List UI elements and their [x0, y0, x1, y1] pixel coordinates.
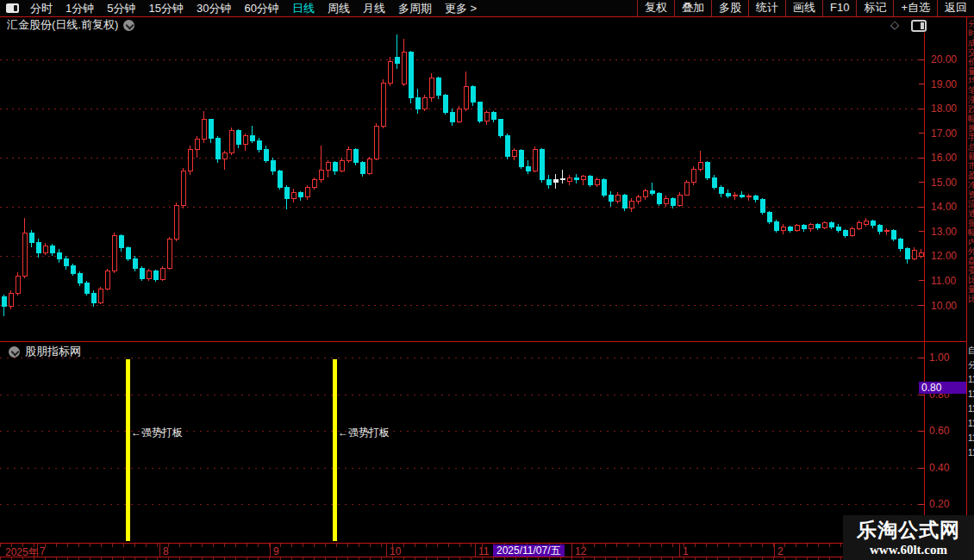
- indicator-tick-label: 0.20: [929, 499, 949, 509]
- toolbar-button-8[interactable]: 返回: [937, 0, 974, 16]
- period-tab-6[interactable]: 日线: [292, 0, 315, 16]
- period-tabs: 分时1分钟5分钟15分钟30分钟60分钟日线周线月线多周期更多 >: [30, 0, 477, 16]
- indicator-gridline: [0, 468, 922, 469]
- panel-separator: [0, 341, 966, 342]
- indicator-gridline: [0, 358, 922, 358]
- indicator-gridline: [0, 504, 922, 505]
- period-tab-4[interactable]: 30分钟: [197, 0, 231, 16]
- toolbar-button-1[interactable]: 叠加: [674, 0, 711, 16]
- month-divider: [774, 544, 775, 557]
- trading-app-window: 分时1分钟5分钟15分钟30分钟60分钟日线周线月线多周期更多 > 复权叠加多股…: [0, 0, 974, 560]
- month-label-8: 8: [163, 545, 169, 557]
- month-divider: [159, 544, 160, 557]
- signal-label-1: ←强势打板: [338, 426, 390, 440]
- right-sidebar-clipped[interactable]: 分时成交价量均笔涨跌幅换手总额市盈净资流通振幅内外盘委比量比 自分1111111…: [966, 17, 974, 557]
- month-label-7: 7: [40, 545, 46, 557]
- chevron-down-icon[interactable]: [9, 346, 20, 358]
- toolbar-button-5[interactable]: F10: [822, 0, 856, 16]
- window-panel-icon[interactable]: [6, 3, 19, 13]
- month-label-2: 2: [777, 545, 784, 557]
- period-tab-5[interactable]: 60分钟: [244, 0, 278, 16]
- indicator-tick: [919, 395, 924, 395]
- period-tab-2[interactable]: 5分钟: [107, 0, 135, 16]
- toolbar-button-0[interactable]: 复权: [637, 0, 674, 16]
- price-tick-label: 20.00: [931, 54, 957, 65]
- indicator-tick-label: 0.40: [929, 463, 949, 473]
- month-divider: [475, 544, 476, 557]
- price-tick-label: 13.00: [931, 227, 957, 237]
- month-divider: [386, 544, 387, 557]
- price-tick-label: 16.00: [931, 152, 957, 163]
- month-label-9: 9: [273, 545, 279, 557]
- price-tick-label: 14.00: [931, 202, 957, 212]
- price-tick-label: 11.00: [931, 276, 956, 286]
- toolbar-button-3[interactable]: 统计: [748, 0, 785, 16]
- date-axis-ticks: [0, 544, 924, 547]
- month-label-12: 12: [575, 545, 586, 557]
- period-tab-0[interactable]: 分时: [30, 0, 53, 16]
- indicator-tick: [919, 431, 924, 432]
- price-tick-label: 19.00: [931, 79, 957, 90]
- month-divider: [679, 544, 680, 557]
- toolbar-button-2[interactable]: 多股: [711, 0, 748, 16]
- period-tab-3[interactable]: 15分钟: [148, 0, 183, 16]
- month-divider: [270, 544, 271, 557]
- period-toolbar: 分时1分钟5分钟15分钟30分钟60分钟日线周线月线多周期更多 > 复权叠加多股…: [0, 0, 974, 17]
- price-tick-label: 15.00: [931, 177, 957, 188]
- price-tick-label: 18.00: [931, 103, 957, 114]
- period-tab-1[interactable]: 1分钟: [66, 0, 94, 16]
- indicator-tick-label: 1.00: [929, 352, 949, 363]
- signal-label-0: ←强势打板: [131, 426, 183, 440]
- month-label-10: 10: [390, 545, 401, 557]
- indicator-tick-label: 0.60: [929, 426, 949, 436]
- indicator-tick: [919, 358, 924, 358]
- date-axis: 2025年 2025/11/07/五 78910111212: [0, 543, 974, 557]
- price-tick-label: 12.00: [931, 251, 957, 261]
- indicator-tick: [919, 504, 924, 505]
- site-watermark: 乐淘公式网 www.60lt.com: [843, 515, 974, 560]
- diamond-icon[interactable]: ◇: [890, 18, 899, 31]
- toolbar-button-7[interactable]: +自选: [893, 0, 937, 16]
- candlestick-plot[interactable]: [0, 33, 974, 340]
- toolbar-button-4[interactable]: 画线: [785, 0, 822, 16]
- period-tab-9[interactable]: 多周期: [398, 0, 432, 16]
- chart-title: 汇金股份(日线.前复权): [7, 17, 118, 33]
- toolbar-right-buttons: 复权叠加多股统计画线F10标记+自选返回: [637, 0, 974, 16]
- watermark-title: 乐淘公式网: [843, 517, 974, 543]
- period-tab-8[interactable]: 月线: [363, 0, 385, 16]
- month-divider: [571, 544, 572, 557]
- clipped-panel-text: 分时成交价量均笔涨跌幅换手总额市盈净资流通振幅内外盘委比量比: [968, 19, 974, 339]
- signal-line-1: [333, 359, 337, 541]
- chart-title-bar: 汇金股份(日线.前复权) ◇: [0, 17, 974, 33]
- month-label-1: 1: [683, 545, 689, 557]
- indicator-tick: [919, 468, 924, 469]
- layout-panel-icon[interactable]: [911, 20, 927, 32]
- month-divider: [37, 544, 38, 557]
- toolbar-button-6[interactable]: 标记: [856, 0, 893, 16]
- period-tab-7[interactable]: 周线: [328, 0, 350, 16]
- price-axis-line: [924, 33, 925, 557]
- month-label-11: 11: [478, 545, 489, 557]
- price-tick-label: 17.00: [931, 128, 957, 139]
- price-tick-label: 10.00: [931, 301, 957, 311]
- watermark-url: www.60lt.com: [843, 543, 974, 557]
- signal-line-0: [126, 359, 130, 541]
- indicator-gridline: [0, 395, 922, 395]
- period-tab-10[interactable]: 更多 >: [445, 0, 477, 16]
- date-badge: 2025/11/07/五: [493, 544, 565, 557]
- chevron-down-icon[interactable]: [123, 20, 134, 31]
- indicator-value-badge: 0.80: [919, 382, 966, 394]
